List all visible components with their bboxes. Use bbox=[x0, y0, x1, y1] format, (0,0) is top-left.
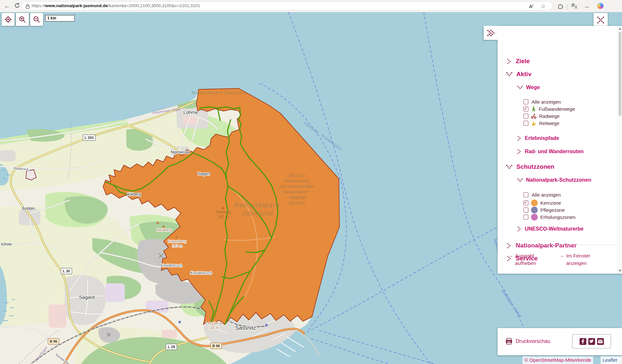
park-label-top: Nationalpark Jasmund bbox=[191, 90, 246, 95]
refresh-button[interactable] bbox=[14, 3, 20, 10]
panel-collapse-button[interactable] bbox=[484, 26, 498, 40]
panel-scrollbar[interactable] bbox=[618, 26, 622, 274]
sidebar-item-aktiv[interactable]: Aktiv bbox=[506, 71, 531, 78]
sidebar-item-nationalpark-partner[interactable]: Nationalpark-Partner bbox=[507, 242, 577, 249]
sidebar-item-schutzzonen[interactable]: Schutzzonen bbox=[506, 163, 554, 170]
social-share-box bbox=[572, 334, 611, 348]
sidebar-item-erlebnispfade[interactable]: Erlebnispfade bbox=[517, 135, 559, 141]
sidebar-item-wege[interactable]: Wege bbox=[517, 85, 540, 90]
layers-panel: Ziele Aktiv Wege Alle anzeigen Fußwander… bbox=[498, 26, 622, 274]
sidebar-item-unesco[interactable]: UNESCO-Weltnaturerbe bbox=[517, 226, 583, 232]
favorites-list-icon[interactable] bbox=[571, 3, 577, 10]
link-auswahl-aufheben-label[interactable]: Auswahl aufheben bbox=[515, 252, 542, 267]
town-label-sassnitz: Sassnitz bbox=[235, 325, 256, 331]
checkbox-unchecked[interactable] bbox=[524, 99, 528, 104]
checkbox-unchecked[interactable] bbox=[524, 114, 528, 119]
address-bar[interactable]: https://www.nationalpark-jasmund.de/kart… bbox=[21, 1, 553, 10]
checkbox-unchecked[interactable] bbox=[524, 208, 528, 212]
town-label-kikberg: Kikberg bbox=[127, 192, 141, 197]
refresh-icon bbox=[14, 3, 20, 8]
close-map-button[interactable] bbox=[593, 13, 608, 27]
park-label-center-2: Jasmund bbox=[241, 209, 273, 217]
chevron-down-icon bbox=[517, 178, 523, 182]
link-im-fenster-anzeigen-label[interactable]: Im Fenster anzeigen bbox=[566, 252, 596, 267]
sidebar-item-nationalpark-schutzzonen[interactable]: Nationalpark-Schutzzonen bbox=[517, 177, 591, 183]
road-badge-l303: L 303 bbox=[85, 136, 94, 140]
scale-bar: 1 km bbox=[45, 15, 75, 22]
checkbox-checked[interactable] bbox=[524, 200, 528, 205]
scroll-down-arrow[interactable] bbox=[619, 270, 621, 272]
option-fusswanderwege[interactable]: Fußwanderwege bbox=[524, 106, 575, 112]
osm-attribution-link[interactable]: © OpenStreetMap-Mitwirkende bbox=[523, 356, 593, 364]
close-icon bbox=[597, 17, 604, 24]
sidebar-item-label: Wege bbox=[526, 85, 540, 90]
chevron-right-icon bbox=[517, 136, 521, 141]
option-pflegezone[interactable]: Pflegezone bbox=[524, 207, 565, 213]
svg-text:„Alte Buchenwälder: „Alte Buchenwälder bbox=[279, 184, 314, 189]
favorite-star-icon[interactable]: ☆ bbox=[541, 3, 546, 10]
pdf-print-icon: PDF bbox=[505, 338, 513, 345]
checkbox-unchecked[interactable] bbox=[524, 192, 528, 197]
option-alle-anzeigen-wege[interactable]: Alle anzeigen bbox=[524, 99, 561, 105]
town-label-polchow: lchow bbox=[1, 242, 12, 246]
zoom-in-button[interactable] bbox=[16, 13, 29, 26]
quarry-label-2: Kreidebruch bbox=[190, 271, 212, 275]
scrollbar-thumb[interactable] bbox=[619, 32, 621, 116]
link-auswahl-aufheben[interactable]: → bbox=[508, 253, 513, 258]
email-button[interactable] bbox=[597, 338, 604, 345]
facebook-icon bbox=[581, 339, 585, 344]
option-alle-anzeigen-zonen[interactable]: Alle anzeigen bbox=[524, 192, 561, 198]
arrow-right-icon: → bbox=[508, 253, 513, 258]
twitter-icon bbox=[589, 339, 594, 343]
divider bbox=[505, 245, 615, 245]
peak-elevation-rabenberg: 143 m bbox=[172, 244, 182, 248]
read-aloud-icon[interactable]: A) bbox=[529, 4, 533, 9]
svg-text:PDF: PDF bbox=[507, 341, 511, 343]
facebook-button[interactable] bbox=[580, 338, 586, 345]
browser-toolbar: ← https://www.nationalpark-jasmund.de/ka… bbox=[0, 0, 622, 12]
peak-label-rabenberg: Rabenberg bbox=[168, 239, 187, 243]
panel-bottom-bar: PDF Druckvorschau bbox=[498, 328, 622, 355]
road-badge-b96-east: B 96 bbox=[212, 344, 220, 348]
peak-label-heidberg: Heidberg bbox=[157, 228, 172, 232]
sidebar-item-ziele[interactable]: Ziele bbox=[507, 58, 530, 65]
zoom-in-icon bbox=[18, 16, 26, 23]
back-button[interactable]: ← bbox=[4, 0, 10, 12]
svg-text:- Teilgebiet: - Teilgebiet bbox=[287, 195, 306, 200]
scroll-up-arrow[interactable] bbox=[619, 28, 621, 30]
svg-text:Jasmund: Jasmund bbox=[288, 201, 305, 205]
twitter-button[interactable] bbox=[588, 338, 595, 345]
checkbox-checked[interactable] bbox=[524, 107, 528, 111]
double-chevron-icon bbox=[487, 30, 495, 36]
arrow-right-icon: → bbox=[559, 253, 564, 258]
locate-button[interactable] bbox=[2, 13, 15, 26]
checkbox-unchecked[interactable] bbox=[524, 121, 528, 126]
road-badge-l29: L 29 bbox=[168, 345, 175, 349]
chevron-right-icon bbox=[517, 149, 521, 154]
link-im-fenster-anzeigen[interactable]: → bbox=[559, 253, 564, 258]
druckvorschau-button[interactable]: PDF Druckvorschau bbox=[505, 338, 550, 345]
sidebar-item-rad-und-wanderrouten[interactable]: Rad- und Wanderrouten bbox=[517, 149, 584, 154]
zoom-out-icon bbox=[33, 16, 40, 23]
sidebar-item-label: Nationalpark-Schutzzonen bbox=[526, 177, 591, 183]
peak-elevation-piekberg: 161 m bbox=[218, 215, 228, 219]
mail-icon bbox=[598, 340, 603, 343]
chevron-down-icon bbox=[506, 165, 513, 169]
chevron-right-icon bbox=[517, 226, 521, 232]
copilot-icon[interactable] bbox=[597, 3, 604, 9]
settings-more-icon[interactable]: … bbox=[585, 0, 590, 12]
option-kernzone[interactable]: Kernzone bbox=[524, 199, 561, 206]
zoom-out-button[interactable] bbox=[30, 13, 43, 26]
leaflet-attribution-link[interactable]: Leaflet bbox=[601, 356, 622, 364]
locate-icon bbox=[4, 16, 12, 23]
chevron-down-icon bbox=[517, 85, 523, 89]
checkbox-unchecked[interactable] bbox=[524, 215, 528, 220]
park-label-center-1: Nationalpark bbox=[234, 201, 280, 209]
chevron-right-icon bbox=[507, 243, 511, 248]
url-text[interactable]: https://www.nationalpark-jasmund.de/kart… bbox=[32, 3, 200, 8]
option-erholungszonen[interactable]: Erholungszonen bbox=[524, 214, 575, 221]
option-reitwege[interactable]: Reitwege bbox=[524, 120, 559, 126]
option-radwege[interactable]: Radwege bbox=[524, 113, 559, 119]
extensions-icon[interactable] bbox=[558, 3, 563, 10]
sidebar-item-label: Nationalpark-Partner bbox=[516, 242, 577, 249]
